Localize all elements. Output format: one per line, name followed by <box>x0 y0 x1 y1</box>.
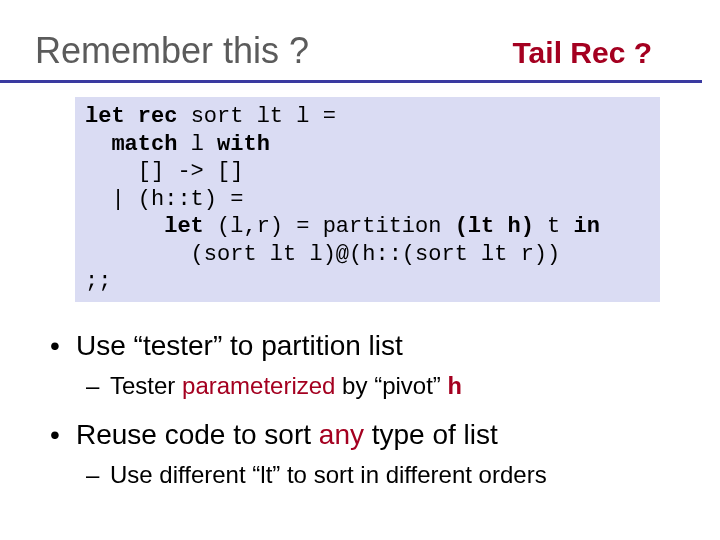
bullet-code: h <box>447 374 461 401</box>
code-text: [] -> [] <box>85 159 243 184</box>
bullet-text: Use “tester” to partition list <box>76 330 403 361</box>
code-text: l <box>191 132 217 157</box>
bullet-level1: Reuse code to sort any type of list <box>40 419 680 451</box>
code-kw: (lt h) <box>455 214 534 239</box>
bullet-text: Tester <box>110 372 182 399</box>
slide: Remember this ? Tail Rec ? let rec sort … <box>0 0 720 540</box>
bullet-text: Use different “lt” to sort in different … <box>110 461 547 488</box>
code-kw: match <box>85 132 191 157</box>
code-text: (l,r) = partition <box>217 214 455 239</box>
bullet-text: by “pivot” <box>335 372 447 399</box>
code-text: sort lt l = <box>191 104 349 129</box>
bullet-level2: Use different “lt” to sort in different … <box>40 461 680 489</box>
code-kw: in <box>574 214 600 239</box>
code-block: let rec sort lt l = match l with [] -> [… <box>75 97 660 302</box>
title-row: Remember this ? Tail Rec ? <box>0 0 702 83</box>
bullet-text: Reuse code to sort <box>76 419 319 450</box>
bullet-level2: Tester parameterized by “pivot” h <box>40 372 680 401</box>
code-kw: with <box>217 132 270 157</box>
slide-title-right: Tail Rec ? <box>513 36 662 70</box>
bullet-level1: Use “tester” to partition list <box>40 330 680 362</box>
code-text: t <box>534 214 574 239</box>
code-text: ;; <box>85 269 111 294</box>
slide-title-left: Remember this ? <box>35 30 513 72</box>
bullet-text: type of list <box>364 419 498 450</box>
code-text: (sort lt l)@(h::(sort lt r)) <box>85 242 560 267</box>
bullet-text-em: parameterized <box>182 372 335 399</box>
code-text: | (h::t) = <box>85 187 257 212</box>
bullet-text-em: any <box>319 419 364 450</box>
bullet-list: Use “tester” to partition list Tester pa… <box>40 330 680 489</box>
code-kw: let rec <box>85 104 191 129</box>
code-kw: let <box>85 214 217 239</box>
